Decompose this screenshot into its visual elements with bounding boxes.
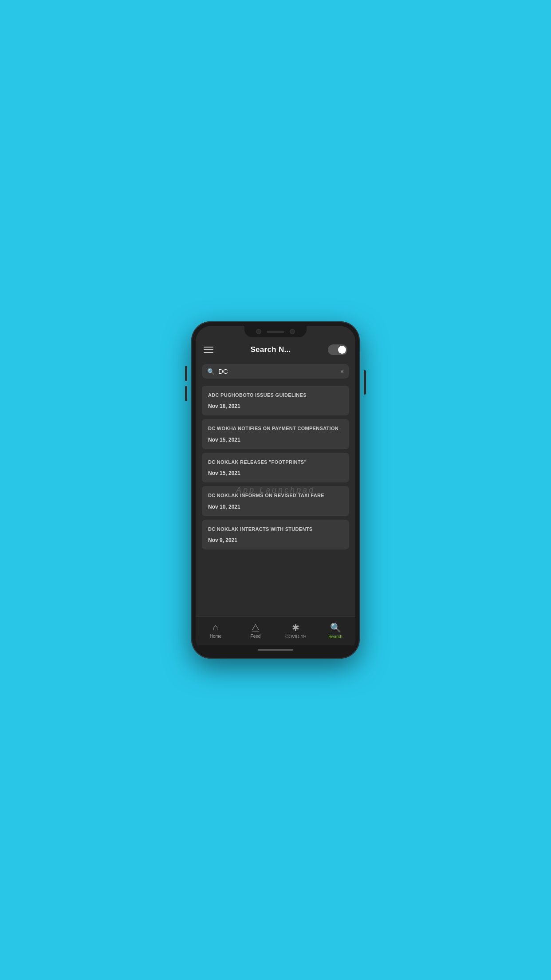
theme-toggle[interactable] <box>328 344 347 355</box>
search-nav-label: Search <box>328 634 342 639</box>
volume-up-button[interactable] <box>185 366 187 381</box>
app-header: Search N... <box>196 340 355 360</box>
phone-screen: Search N... 🔍 × ADC PUGHOBOTO ISSUES GUI… <box>196 326 355 654</box>
result-title: DC NOKLAK RELEASES "FOOTPRINTS" <box>208 459 343 466</box>
power-button[interactable] <box>364 370 366 395</box>
nav-item-search[interactable]: 🔍Search <box>315 620 355 641</box>
search-input[interactable] <box>218 368 337 375</box>
search-nav-icon: 🔍 <box>330 622 341 633</box>
home-indicator <box>196 645 355 654</box>
result-title: DC WOKHA NOTIFIES ON PAYMENT COMPENSATIO… <box>208 425 343 432</box>
bottom-navigation: ⌂Home⧋Feed✱COVID-19🔍Search <box>196 616 355 645</box>
result-title: ADC PUGHOBOTO ISSUES GUIDELINES <box>208 392 343 399</box>
clear-button[interactable]: × <box>340 368 344 375</box>
covid19-nav-icon: ✱ <box>292 622 299 633</box>
result-title: DC NOKLAK INTERACTS WITH STUDENTS <box>208 526 343 533</box>
result-card[interactable]: DC WOKHA NOTIFIES ON PAYMENT COMPENSATIO… <box>202 419 349 449</box>
feed-nav-label: Feed <box>251 634 261 639</box>
result-date: Nov 9, 2021 <box>208 537 343 543</box>
result-date: Nov 18, 2021 <box>208 403 343 409</box>
search-icon: 🔍 <box>207 368 215 375</box>
search-bar[interactable]: 🔍 × <box>202 364 349 379</box>
result-card[interactable]: DC NOKLAK INFORMS ON REVISED TAXI FARENo… <box>202 486 349 516</box>
result-card[interactable]: ADC PUGHOBOTO ISSUES GUIDELINESNov 18, 2… <box>202 386 349 415</box>
nav-item-home[interactable]: ⌂Home <box>196 620 236 641</box>
results-list: ADC PUGHOBOTO ISSUES GUIDELINESNov 18, 2… <box>196 383 355 616</box>
menu-button[interactable] <box>204 347 213 353</box>
home-nav-icon: ⌂ <box>213 622 218 632</box>
phone-frame: Search N... 🔍 × ADC PUGHOBOTO ISSUES GUI… <box>191 321 360 659</box>
result-date: Nov 15, 2021 <box>208 437 343 443</box>
nav-item-covid19[interactable]: ✱COVID-19 <box>276 620 315 641</box>
result-date: Nov 15, 2021 <box>208 470 343 476</box>
result-title: DC NOKLAK INFORMS ON REVISED TAXI FARE <box>208 492 343 499</box>
nav-item-feed[interactable]: ⧋Feed <box>236 620 276 641</box>
notch <box>244 326 307 337</box>
header-title: Search N... <box>250 345 291 354</box>
result-card[interactable]: DC NOKLAK RELEASES "FOOTPRINTS"Nov 15, 2… <box>202 453 349 482</box>
home-nav-label: Home <box>210 634 222 639</box>
covid19-nav-label: COVID-19 <box>285 634 306 639</box>
result-card[interactable]: DC NOKLAK INTERACTS WITH STUDENTSNov 9, … <box>202 520 349 549</box>
front-camera <box>256 329 261 334</box>
speaker <box>267 331 284 333</box>
result-date: Nov 10, 2021 <box>208 504 343 510</box>
sensor <box>290 329 295 334</box>
volume-down-button[interactable] <box>185 386 187 401</box>
feed-nav-icon: ⧋ <box>252 622 260 632</box>
search-bar-container: 🔍 × <box>196 360 355 383</box>
